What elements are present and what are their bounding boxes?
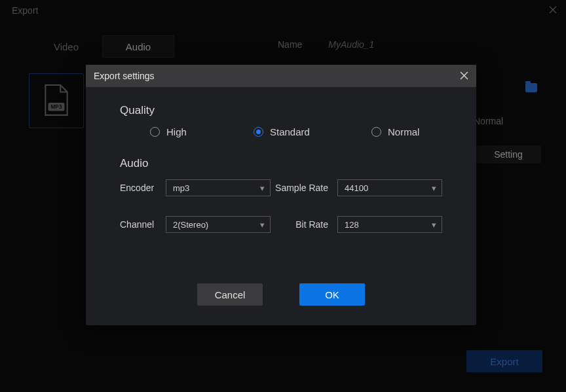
bitrate-label: Bit Rate	[272, 219, 337, 230]
samplerate-label: Sample Rate	[272, 183, 337, 193]
export-settings-modal: Export settings Quality High Standard No…	[86, 65, 476, 325]
svg-text:MP3: MP3	[50, 103, 62, 110]
radio-icon	[371, 127, 381, 137]
audio-form: Encoder mp3 ▾ Sample Rate 44100 ▾ Channe…	[120, 179, 453, 233]
quality-option-label: Standard	[270, 126, 310, 137]
radio-icon	[254, 127, 263, 137]
quality-preview-label: Normal	[474, 116, 503, 126]
file-mp3-icon: MP3	[42, 84, 71, 118]
modal-title: Export settings	[94, 71, 155, 81]
modal-button-row: Cancel OK	[86, 283, 476, 306]
chevron-down-icon: ▾	[432, 220, 436, 230]
quality-option-standard[interactable]: Standard	[254, 126, 371, 137]
setting-button[interactable]: Setting	[476, 145, 541, 164]
format-thumbnail-mp3[interactable]: MP3	[29, 73, 84, 128]
close-icon[interactable]	[549, 5, 557, 16]
quality-heading: Quality	[120, 104, 453, 117]
encoder-value: mp3	[173, 183, 189, 193]
name-row: Name MyAudio_1	[278, 39, 374, 50]
tab-video[interactable]: Video	[30, 35, 102, 58]
channel-label: Channel	[120, 219, 166, 230]
quality-radio-group: High Standard Normal	[120, 126, 453, 137]
export-window-title: Export	[12, 5, 38, 16]
export-button[interactable]: Export	[466, 350, 542, 372]
name-label: Name	[278, 39, 302, 50]
export-tabs: Video Audio	[30, 35, 174, 58]
quality-option-high[interactable]: High	[150, 126, 254, 137]
radio-icon	[150, 127, 160, 137]
samplerate-value: 44100	[345, 183, 368, 193]
channel-select[interactable]: 2(Stereo) ▾	[166, 216, 271, 233]
encoder-select[interactable]: mp3 ▾	[166, 179, 271, 196]
samplerate-select[interactable]: 44100 ▾	[337, 179, 442, 196]
quality-option-label: High	[166, 126, 187, 137]
folder-icon[interactable]	[525, 83, 537, 92]
bitrate-value: 128	[345, 220, 359, 230]
name-field[interactable]: MyAudio_1	[328, 39, 374, 50]
modal-titlebar: Export settings	[86, 65, 476, 87]
tab-audio[interactable]: Audio	[102, 35, 174, 58]
audio-heading: Audio	[120, 157, 453, 170]
encoder-label: Encoder	[120, 183, 166, 193]
channel-value: 2(Stereo)	[173, 220, 208, 230]
modal-body: Quality High Standard Normal Audio Encod…	[86, 87, 476, 233]
quality-option-normal[interactable]: Normal	[371, 126, 419, 137]
ok-button[interactable]: OK	[299, 283, 365, 306]
bitrate-select[interactable]: 128 ▾	[337, 216, 442, 233]
export-titlebar: Export	[0, 0, 566, 21]
modal-close-icon[interactable]	[460, 71, 468, 81]
chevron-down-icon: ▾	[432, 183, 436, 193]
chevron-down-icon: ▾	[260, 183, 265, 193]
cancel-button[interactable]: Cancel	[197, 283, 263, 306]
chevron-down-icon: ▾	[260, 220, 265, 230]
quality-option-label: Normal	[388, 126, 419, 137]
